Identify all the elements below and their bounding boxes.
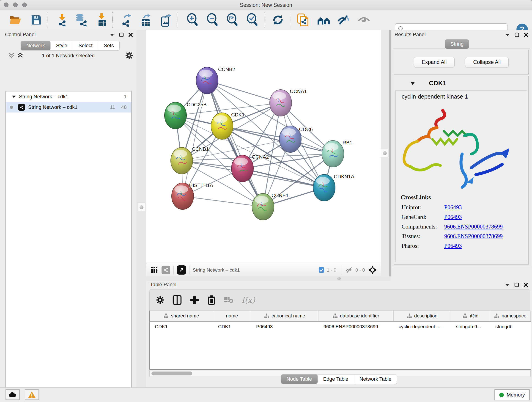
delete-table-icon[interactable] [224,296,234,304]
column-header-database-identifier[interactable]: database identifier [318,311,394,321]
table-cell[interactable]: P06493 [251,324,318,329]
gene-section-header[interactable]: CDK1 [394,76,528,90]
hidden-eye-icon[interactable] [345,267,353,273]
network-node[interactable] [211,113,233,139]
tab-style[interactable]: Style [51,41,73,50]
save-session-icon[interactable] [29,13,43,27]
delete-column-icon[interactable] [207,295,215,305]
tab-string[interactable]: String [445,39,469,49]
tab-sets[interactable]: Sets [98,41,119,50]
network-node[interactable] [279,126,301,153]
network-node[interactable] [171,147,193,174]
panel-menu-icon[interactable] [505,283,510,287]
column-header-namespace[interactable]: namespace [490,311,531,321]
open-session-icon[interactable] [8,13,22,27]
network-edge[interactable] [242,168,324,188]
table-cell[interactable]: CDK1 [150,324,213,329]
cloud-status-button[interactable] [6,389,20,400]
table-cell[interactable]: cyclin-dependent ... [394,324,451,329]
right-splitter[interactable] [381,30,389,276]
crosslink-link[interactable]: P06493 [444,204,462,211]
grid-view-icon[interactable] [151,267,158,274]
tab-select[interactable]: Select [73,41,98,50]
network-node[interactable] [270,89,292,116]
network-node[interactable] [252,193,274,220]
import-table-icon[interactable] [95,13,109,27]
zoom-fit-icon[interactable] [225,13,239,27]
network-type-icon [18,104,25,111]
show-columns-icon[interactable] [172,295,182,305]
crosslink-link[interactable]: 9606.ENSP00000378699 [444,233,503,240]
table-cell[interactable]: stringdb:9... [451,324,490,329]
close-panel-icon[interactable] [524,283,528,287]
first-neighbors-icon[interactable] [317,13,331,27]
hide-selected-icon[interactable] [337,13,351,27]
table-cell[interactable]: 9606.ENSP00000378699 [318,324,394,329]
zoom-selected-icon[interactable] [245,13,259,27]
tab-node-table[interactable]: Node Table [281,375,318,384]
network-collection-row[interactable]: String Network – cdk1 1 [6,91,131,102]
table-cell[interactable]: CDK1 [213,324,251,329]
export-network-icon[interactable] [119,13,133,27]
expand-all-button[interactable]: Expand All [414,57,455,67]
close-panel-icon[interactable] [524,32,528,37]
column-header-canonical-name[interactable]: canonical name [251,311,318,321]
panel-menu-icon[interactable] [109,33,114,36]
network-node[interactable] [165,102,186,129]
section-collapse-icon[interactable] [410,82,415,85]
network-node[interactable] [322,140,344,167]
network-node[interactable] [231,155,253,182]
open-in-browser-icon[interactable] [177,265,186,274]
export-image-icon[interactable] [159,13,173,27]
add-column-icon[interactable] [190,295,199,305]
network-badge-icon[interactable] [162,266,170,274]
tab-edge-table[interactable]: Edge Table [318,375,354,384]
collapse-arrow-icon[interactable] [12,95,16,98]
warnings-button[interactable] [25,389,39,400]
export-table-icon[interactable] [139,13,153,27]
network-edge[interactable] [183,196,263,207]
column-header--id[interactable]: @id [451,311,490,321]
float-panel-icon[interactable] [119,32,124,37]
fit-selection-crosshair-icon[interactable] [368,266,377,274]
column-header-shared-name[interactable]: shared name [150,311,213,321]
horizontal-splitter-handle[interactable] [337,277,341,280]
network-edge[interactable] [207,80,263,207]
crosslink-link[interactable]: 9606.ENSP00000378699 [444,223,503,230]
tab-network[interactable]: Network [21,41,51,50]
tab-network-table[interactable]: Network Table [354,375,397,384]
network-row[interactable]: String Network – cdk1 11 48 [6,102,131,113]
table-options-gear-icon[interactable] [156,296,164,304]
function-builder-icon[interactable]: f(x) [242,295,255,305]
column-header-description[interactable]: description [394,311,451,321]
crosslink-link[interactable]: P06493 [444,243,462,249]
zoom-out-icon[interactable] [206,13,219,27]
selected-checkbox-icon[interactable] [318,267,324,273]
network-edge[interactable] [207,80,281,103]
left-splitter[interactable] [137,30,146,387]
show-all-icon[interactable] [357,13,371,27]
network-canvas[interactable]: CCNB2CCNA1CDC25BCDK1CDC6RB1CCNB1CCNA2CDK… [146,30,381,263]
network-node[interactable] [313,174,335,201]
column-header-name[interactable]: name [213,311,251,321]
panel-menu-icon[interactable] [505,33,510,36]
crosslink-link[interactable]: P06493 [444,214,462,220]
table-row[interactable]: CDK1CDK1P064939606.ENSP00000378699cyclin… [150,322,531,332]
table-cell[interactable]: stringdb [490,324,531,329]
float-panel-icon[interactable] [514,283,519,287]
memory-button[interactable]: Memory [494,389,530,400]
network-edge[interactable] [183,80,207,196]
zoom-in-icon[interactable] [186,13,199,27]
left-splitter-handle[interactable] [138,203,145,211]
tree-icon [264,313,269,318]
import-network-database-icon[interactable] [74,13,88,27]
close-panel-icon[interactable] [128,32,133,37]
new-network-from-selection-icon[interactable] [296,13,310,27]
collapse-all-button[interactable]: Collapse All [465,57,509,67]
network-options-gear-icon[interactable] [125,51,133,60]
float-panel-icon[interactable] [515,32,519,37]
network-node[interactable] [196,67,218,94]
right-splitter-handle[interactable] [381,149,388,157]
refresh-icon[interactable] [271,13,285,27]
import-network-file-icon[interactable] [55,13,69,27]
